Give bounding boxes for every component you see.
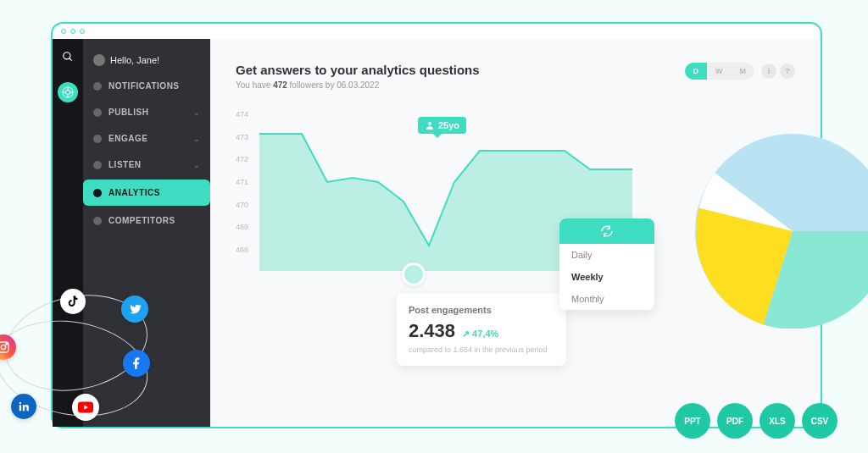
- sidebar-item-engage[interactable]: ENGAGE⌄: [83, 125, 210, 152]
- freq-weekly[interactable]: Weekly: [559, 266, 654, 288]
- export-xls-button[interactable]: XLS: [760, 403, 795, 439]
- y-axis-labels: 474 473 472 471 470 469 468: [236, 110, 248, 254]
- export-csv-button[interactable]: CSV: [802, 403, 837, 439]
- export-buttons: PPT PDF XLS CSV: [675, 403, 837, 439]
- chevron-down-icon: ⌄: [193, 135, 201, 143]
- avatar-icon: [93, 54, 105, 66]
- window-dot: [80, 29, 85, 34]
- metric-compare: compared to 1.654 in the previous period: [409, 345, 554, 354]
- svg-point-12: [6, 344, 7, 345]
- range-month[interactable]: M: [732, 63, 755, 80]
- sidebar-item-label: NOTIFICATIONS: [108, 81, 180, 91]
- sidebar-item-label: LISTEN: [108, 160, 142, 169]
- main-panel: Get answers to your analytics questions …: [210, 39, 821, 427]
- svg-point-3: [65, 90, 70, 94]
- analytics-icon: [93, 189, 102, 197]
- svg-point-8: [428, 122, 431, 125]
- metric-value: 2.438: [409, 320, 455, 342]
- svg-point-0: [64, 52, 70, 59]
- youtube-icon: [72, 394, 99, 421]
- chevron-down-icon: ⌄: [193, 161, 201, 169]
- sidebar-item-label: COMPETITORS: [108, 216, 175, 225]
- svg-line-1: [70, 58, 72, 61]
- freq-daily[interactable]: Daily: [559, 244, 654, 266]
- svg-point-11: [1, 345, 5, 349]
- sidebar-item-listen[interactable]: LISTEN⌄: [83, 152, 210, 178]
- engage-icon: [93, 135, 102, 143]
- social-icons-cluster: [0, 284, 174, 428]
- bell-icon: [93, 82, 102, 91]
- chevron-down-icon: ⌄: [193, 108, 201, 117]
- sidebar-item-competitors[interactable]: COMPETITORS: [83, 207, 210, 234]
- sidebar-item-label: ENGAGE: [108, 134, 147, 143]
- freq-monthly[interactable]: Monthly: [559, 288, 654, 310]
- info-icon[interactable]: i: [761, 64, 776, 79]
- window-dot: [70, 29, 75, 34]
- refresh-icon[interactable]: [559, 218, 654, 244]
- export-pdf-button[interactable]: PDF: [717, 403, 753, 439]
- svg-rect-13: [19, 405, 21, 411]
- competitors-icon: [93, 217, 102, 225]
- linkedin-icon: [11, 394, 36, 419]
- facebook-icon: [123, 350, 150, 377]
- person-icon: [425, 120, 435, 130]
- twitter-icon: [121, 296, 148, 323]
- export-ppt-button[interactable]: PPT: [675, 403, 710, 439]
- search-icon[interactable]: [62, 51, 74, 65]
- svg-point-14: [19, 402, 21, 404]
- listen-icon: [93, 161, 102, 169]
- tiktok-icon: [60, 289, 86, 314]
- metric-card: Post engagements 2.438↗ 47,4% compared t…: [397, 293, 566, 366]
- greeting-text: Hello, Jane!: [110, 55, 159, 65]
- range-week[interactable]: W: [707, 63, 732, 80]
- help-icon[interactable]: ?: [780, 64, 795, 79]
- sidebar-item-notifications[interactable]: NOTIFICATIONS: [83, 73, 210, 99]
- chart-data-point-icon: [402, 262, 426, 286]
- sidebar-item-analytics[interactable]: ANALYTICS: [83, 180, 210, 206]
- date-range-toggle: D W M: [685, 63, 755, 80]
- sidebar-item-publish[interactable]: PUBLISH⌄: [83, 99, 210, 125]
- app-logo-icon[interactable]: [58, 82, 78, 102]
- metric-delta: ↗ 47,4%: [462, 329, 498, 340]
- window-dot: [61, 29, 66, 34]
- page-subtitle: You have 472 followers by 06.03.2022: [236, 80, 480, 90]
- range-day[interactable]: D: [685, 63, 708, 80]
- window-controls: [53, 24, 821, 39]
- pie-chart: [695, 134, 868, 329]
- greeting: Hello, Jane!: [83, 47, 210, 73]
- publish-icon: [93, 108, 102, 117]
- frequency-dropdown: Daily Weekly Monthly: [559, 218, 654, 310]
- sidebar-item-label: PUBLISH: [108, 108, 148, 117]
- page-title: Get answers to your analytics questions: [236, 63, 480, 77]
- sidebar-item-label: ANALYTICS: [108, 188, 160, 197]
- metric-label: Post engagements: [409, 305, 554, 315]
- chart-tooltip: 25yo: [418, 117, 466, 134]
